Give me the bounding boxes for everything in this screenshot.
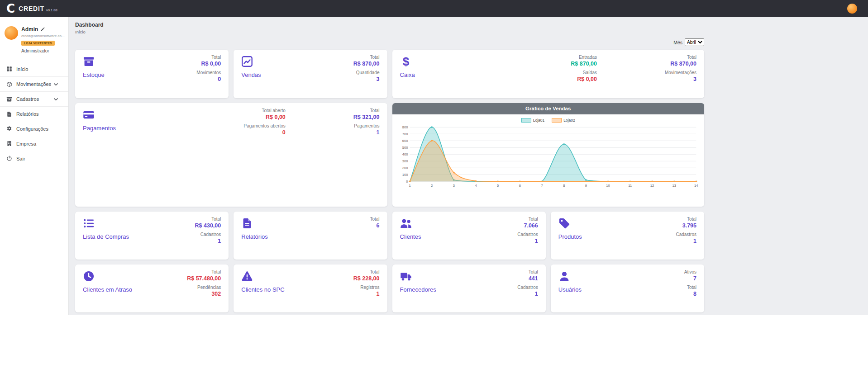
credit-card-icon [83,109,95,121]
legend-label: Loja01 [533,118,545,123]
stat-label: Pagamentos [354,123,379,128]
stat-column: Total3.795Cadastros1 [676,217,696,244]
card-clientes-no-spc[interactable]: Clientes no SPCTotalR$ 228,00Registros1 [234,264,387,312]
stat-column: Ativos7Total8 [684,269,696,297]
sidebar-item-cadastros[interactable]: Cadastros [0,91,68,106]
card-produtos[interactable]: ProdutosTotal3.795Cadastros1 [551,212,704,260]
card-lista-de-compras[interactable]: Lista de ComprasTotalR$ 430,00Cadastros1 [75,212,229,260]
store-badge: LOJA VERTENTES [21,41,55,46]
stat-label: Total aberto [262,108,286,113]
card-vendas[interactable]: VendasTotalR$ 870,00Quantidade3 [234,50,387,98]
user-info: Admin credit@anronsoftware.co... LOJA VE… [21,26,64,53]
stat-column: TotalR$ 0,00Movimentos0 [196,55,221,82]
card-stats: TotalR$ 228,00Registros1 [353,269,380,297]
file-icon [6,111,12,117]
stat-value: 7 [693,275,696,282]
stat-label: Quantidade [356,70,380,75]
stat-label: Total [211,269,221,274]
sidebar-item-sair[interactable]: Sair [0,151,68,166]
user-avatar[interactable] [5,26,18,40]
card-clientes-em-atraso[interactable]: Clientes em AtrasoTotalR$ 57.480,00Pendê… [75,264,229,312]
stat-value: R$ 321,00 [353,114,380,120]
svg-text:700: 700 [402,132,408,136]
edit-profile-icon[interactable] [40,27,45,32]
stat-column: TotalR$ 870,00Movimentações3 [665,55,696,82]
stat-label: Cadastros [200,232,221,237]
stat-value: 441 [529,275,538,282]
svg-text:1: 1 [409,184,410,188]
card-stats: Total6 [370,217,379,229]
card-usuarios[interactable]: UsuáriosAtivos7Total8 [551,264,704,312]
sidebar-item-configuracoes[interactable]: Configurações [0,121,68,136]
svg-text:100: 100 [402,173,408,177]
chevron-down-icon [53,96,59,102]
stat-value: R$ 0,00 [266,114,286,120]
legend-swatch [521,118,531,123]
legend-item-loja01[interactable]: Loja01 [521,118,545,123]
stat-value: 8 [693,291,696,297]
brand-name: CREDIT [19,5,44,12]
stat-label: Total [687,285,696,290]
layout: Admin credit@anronsoftware.co... LOJA VE… [0,17,868,315]
card-relatorios[interactable]: RelatóriosTotal6 [234,212,387,260]
stat-label: Total [529,217,538,222]
card-stats: Ativos7Total8 [684,269,696,297]
card-clientes[interactable]: ClientesTotal7.066Cadastros1 [392,212,546,260]
stat-label: Total [211,55,221,60]
tag-icon [558,217,570,229]
main-content: Dashboard Início Mês Abril Gráfico de Ve… [69,17,868,315]
file-icon [241,217,253,229]
chart-legend: Loja01Loja02 [396,118,701,123]
stat-label: Total [370,55,379,60]
sidebar-item-movimentacoes[interactable]: Movimentações [0,76,68,91]
dollar-icon: $ [400,56,412,67]
topbar-user-avatar[interactable] [847,4,857,14]
card-fornecedores[interactable]: FornecedoresTotal441Cadastros1 [392,264,546,312]
stat-value: R$ 870,00 [571,61,597,67]
stat-label: Total [529,269,538,274]
legend-swatch [552,118,562,123]
month-filter: Mês Abril [75,38,704,46]
svg-text:9: 9 [585,184,587,188]
stat-value: R$ 0,00 [577,76,597,82]
sidebar-item-empresa[interactable]: Empresa [0,136,68,151]
sidebar-item-inicio[interactable]: Início [0,61,68,76]
stat-label: Total [211,217,221,222]
svg-text:6: 6 [519,184,520,188]
stat-column: Total441Cadastros1 [517,269,538,297]
stat-value: R$ 870,00 [670,61,696,67]
stat-label: Movimentos [196,70,221,75]
stat-value: 1 [535,238,538,244]
chevron-down-icon [53,81,59,87]
user-role: Administrador [21,48,64,53]
svg-text:2: 2 [431,184,433,188]
sidebar-item-label: Empresa [16,141,36,146]
card-stats: Total441Cadastros1 [517,269,538,297]
stat-label: Cadastros [517,285,538,290]
month-select[interactable]: Abril [685,38,704,46]
cards-grid: Gráfico de Vendas Loja01Loja02 010020030… [75,50,704,312]
svg-text:600: 600 [402,139,408,143]
card-stats: TotalR$ 430,00Cadastros1 [195,217,221,244]
chart-line-icon [241,56,253,67]
svg-text:11: 11 [628,184,632,188]
stat-label: Movimentações [665,70,696,75]
card-title: Usuários [558,286,696,293]
stat-value: R$ 0,00 [201,61,221,67]
stat-column: TotalR$ 870,00Quantidade3 [353,55,380,82]
card-estoque[interactable]: EstoqueTotalR$ 0,00Movimentos0 [75,50,229,98]
svg-text:400: 400 [402,152,408,156]
sidebar-item-relatorios[interactable]: Relatórios [0,106,68,121]
stat-column: TotalR$ 430,00Cadastros1 [195,217,221,244]
card-caixa[interactable]: $CaixaEntradasR$ 870,00SaídasR$ 0,00Tota… [392,50,705,98]
archive-box-icon [83,56,95,67]
stat-column: EntradasR$ 870,00SaídasR$ 0,00 [571,55,597,82]
svg-text:10: 10 [606,184,610,188]
svg-text:300: 300 [402,159,408,163]
legend-item-loja02[interactable]: Loja02 [552,118,575,123]
card-pagamentos[interactable]: PagamentosTotal abertoR$ 0,00Pagamentos … [75,103,387,207]
stat-column: Total abertoR$ 0,00Pagamentos abertos0 [244,108,286,136]
card-stats: TotalR$ 57.480,00Pendências302 [187,269,221,297]
stat-value: 1 [535,291,538,297]
power-icon [6,156,12,161]
